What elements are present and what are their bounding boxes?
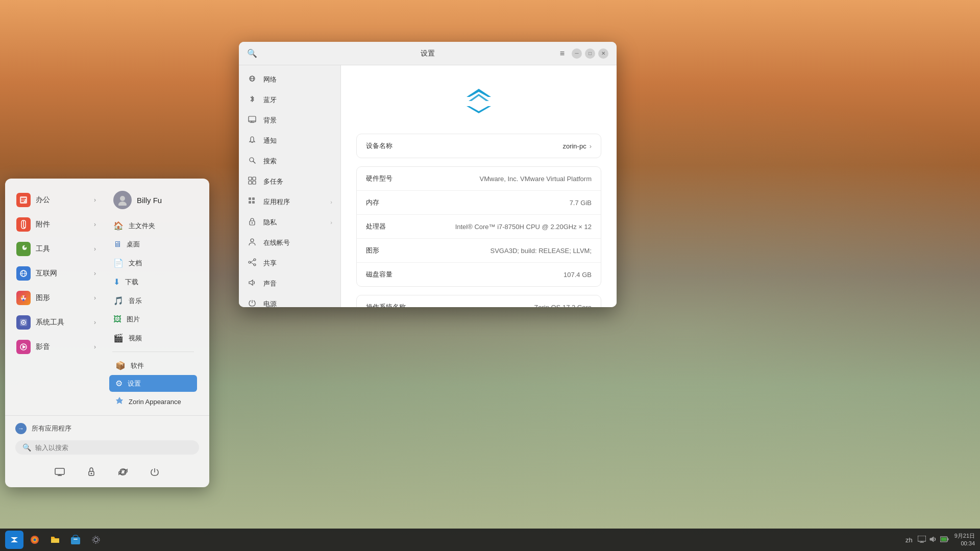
svg-rect-39 — [252, 197, 255, 200]
refresh-action-button[interactable] — [115, 464, 131, 480]
settings-item-notify[interactable]: 通知 — [239, 131, 340, 151]
settings-item-share[interactable]: 共享 — [239, 253, 340, 273]
app-category-internet[interactable]: 互联网 › — [10, 262, 102, 285]
screen-action-button[interactable] — [52, 464, 68, 480]
window-body: 网络 蓝牙 背景 通知 — [239, 65, 617, 307]
titlebar-search-icon[interactable]: 🔍 — [247, 48, 257, 58]
device-name-value-link[interactable]: zorin-pc › — [562, 142, 592, 150]
taskbar-time: 00:34 — [961, 540, 975, 547]
sound-label: 声音 — [263, 279, 277, 288]
power-action-button[interactable] — [146, 464, 163, 480]
attach-icon — [16, 217, 31, 232]
settings-item-privacy[interactable]: 隐私 › — [239, 212, 340, 233]
online-accounts-label: 在线帐号 — [263, 238, 290, 247]
taskbar-files-button[interactable] — [46, 531, 64, 549]
shortcut-software-label: 软件 — [131, 361, 144, 370]
all-apps-button[interactable]: → 所有应用程序 — [15, 421, 199, 436]
settings-item-sound[interactable]: 声音 — [239, 273, 340, 294]
settings-item-power[interactable]: 电源 — [239, 294, 340, 307]
folder-home[interactable]: 🏠 主文件夹 — [107, 217, 199, 234]
user-name: Billy Fu — [137, 196, 162, 205]
taskbar-firefox-button[interactable] — [26, 531, 44, 549]
folder-desktop[interactable]: 🖥 桌面 — [107, 236, 199, 253]
bluetooth-label: 蓝牙 — [263, 95, 277, 105]
user-profile[interactable]: Billy Fu — [107, 189, 199, 215]
svg-marker-17 — [116, 397, 123, 404]
taskbar-zorin-button[interactable] — [5, 531, 23, 549]
maximize-button[interactable]: □ — [585, 48, 595, 59]
media-icon — [16, 340, 31, 354]
shortcut-settings[interactable]: ⚙ 设置 — [109, 375, 197, 392]
hardware-info-section: 硬件型号 VMware, Inc. VMware Virtual Platfor… — [356, 166, 601, 287]
folder-home-label: 主文件夹 — [129, 221, 155, 231]
app-category-office[interactable]: 办公 › — [10, 189, 102, 211]
settings-sidebar: 网络 蓝牙 背景 通知 — [239, 65, 341, 307]
svg-rect-18 — [55, 468, 64, 474]
taskbar-settings-button[interactable] — [87, 531, 105, 549]
taskbar-display-icon[interactable] — [918, 536, 926, 544]
memory-label: 内存 — [366, 198, 379, 207]
svg-rect-61 — [918, 536, 926, 541]
settings-item-apps[interactable]: 应用程序 › — [239, 192, 340, 212]
shortcut-settings-label: 设置 — [128, 379, 141, 388]
settings-item-network[interactable]: 网络 — [239, 69, 340, 90]
settings-item-bluetooth[interactable]: 蓝牙 — [239, 90, 340, 110]
os-name-label: 操作系统名称 — [366, 303, 406, 307]
multitask-icon — [247, 177, 257, 187]
folder-docs[interactable]: 📄 文档 — [107, 255, 199, 271]
app-category-tool[interactable]: 工具 › — [10, 238, 102, 260]
svg-point-10 — [22, 299, 24, 301]
app-category-systool[interactable]: 系统工具 › — [10, 311, 102, 334]
background-icon — [247, 115, 257, 126]
app-category-attach[interactable]: 附件 › — [10, 213, 102, 236]
app-category-media[interactable]: 影音 › — [10, 336, 102, 358]
graphics-label: 图形 — [366, 246, 379, 255]
search-input[interactable] — [35, 444, 192, 452]
folder-docs-label: 文档 — [129, 259, 142, 268]
graphics-label: 图形 — [36, 293, 50, 303]
images-icon: 🖼 — [113, 315, 121, 324]
taskbar: zh 9月21日 00:34 — [0, 529, 980, 551]
svg-point-15 — [120, 196, 125, 201]
settings-item-background[interactable]: 背景 — [239, 110, 340, 131]
svg-rect-35 — [253, 177, 256, 180]
settings-item-online-accounts[interactable]: 在线帐号 — [239, 233, 340, 253]
shortcut-zorin-appearance[interactable]: Zorin Appearance — [109, 393, 197, 410]
media-label: 影音 — [36, 342, 50, 352]
privacy-icon — [247, 217, 257, 228]
folder-video[interactable]: 🎬 视频 — [107, 330, 199, 346]
minimize-button[interactable]: ─ — [572, 48, 582, 59]
tool-icon — [16, 242, 31, 256]
download-icon: ⬇ — [113, 277, 120, 287]
notify-label: 通知 — [263, 136, 277, 145]
svg-rect-37 — [253, 181, 256, 184]
svg-point-46 — [249, 261, 251, 263]
about-panel: 设备名称 zorin-pc › 硬件型号 VMware, Inc. VMware… — [341, 65, 617, 307]
lock-action-button[interactable] — [83, 464, 100, 480]
svg-point-44 — [251, 239, 254, 242]
svg-point-16 — [118, 202, 127, 206]
settings-item-search[interactable]: 搜索 — [239, 151, 340, 171]
systool-icon — [16, 315, 31, 330]
folder-music[interactable]: 🎵 音乐 — [107, 292, 199, 309]
taskbar-store-button[interactable] — [66, 531, 85, 549]
close-button[interactable]: ✕ — [598, 48, 608, 59]
music-icon: 🎵 — [113, 296, 124, 306]
multitask-label: 多任务 — [263, 177, 283, 186]
svg-rect-58 — [74, 539, 78, 540]
svg-point-8 — [21, 296, 23, 298]
titlebar: 🔍 设置 ≡ ─ □ ✕ — [239, 42, 617, 65]
taskbar-battery-icon[interactable] — [940, 536, 949, 544]
titlebar-menu-icon[interactable]: ≡ — [560, 49, 565, 58]
software-icon: 📦 — [115, 361, 126, 370]
folder-download[interactable]: ⬇ 下载 — [107, 273, 199, 290]
settings-item-multitask[interactable]: 多任务 — [239, 171, 340, 192]
graphics-row: 图形 SVGA3D; build: RELEASE; LLVM; — [357, 239, 601, 263]
app-category-graphics[interactable]: 图形 › — [10, 287, 102, 309]
menu-divider — [112, 352, 194, 352]
folder-images[interactable]: 🖼 图片 — [107, 311, 199, 328]
shortcut-software[interactable]: 📦 软件 — [109, 357, 197, 374]
docs-icon: 📄 — [113, 258, 124, 268]
taskbar-volume-icon[interactable] — [929, 536, 937, 544]
window-controls: ─ □ ✕ — [572, 48, 608, 59]
